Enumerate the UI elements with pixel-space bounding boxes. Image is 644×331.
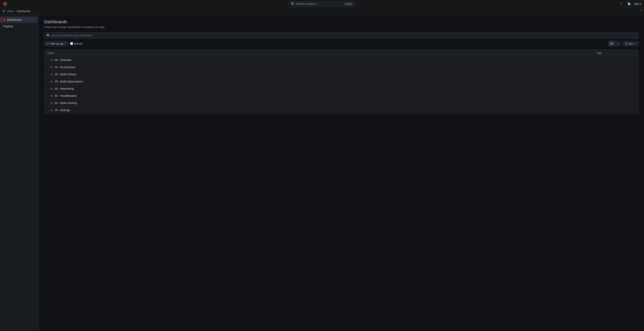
dashboard-search-box[interactable]: 🔍: [44, 32, 638, 38]
page-subtitle: Create and manage dashboards to visualiz…: [44, 26, 638, 28]
sort-label: Sort: [628, 42, 633, 45]
table-row[interactable]: › 🗀 00 - Overview: [44, 56, 638, 64]
row-name: 40 - Networking: [55, 87, 596, 90]
main-layout: ⊞ Dashboards Playlists Dashboards Create…: [0, 15, 644, 331]
page-title: Dashboards: [44, 19, 638, 24]
table-header: Name Tags: [44, 50, 638, 56]
sort-icon: ⇅: [625, 42, 627, 45]
col-name-header: Name: [48, 52, 596, 54]
row-folder-icon: 🗀: [50, 102, 53, 104]
view-toggle: ⊟ ≡: [608, 41, 620, 46]
breadcrumb-collapse-button[interactable]: ⌃: [639, 9, 642, 13]
topnav: 🔍 Search or jump to... cmd+k ? 📡 Sign in: [0, 0, 644, 8]
global-search-box[interactable]: 🔍 Search or jump to... cmd+k: [289, 1, 355, 6]
row-expand-icon: ›: [48, 88, 48, 90]
sidebar-item-dashboards-label: Dashboards: [7, 18, 22, 21]
starred-checkbox[interactable]: [70, 42, 73, 45]
breadcrumb-home[interactable]: Home: [7, 10, 14, 12]
row-name: 30 - Build Deprecations: [55, 80, 596, 83]
row-expand-icon: ›: [48, 95, 48, 97]
main-content: Dashboards Create and manage dashboards …: [39, 15, 644, 331]
row-folder-icon: 🗀: [50, 73, 53, 76]
row-name: 50 - Parallelization: [55, 94, 596, 97]
table-row[interactable]: › 🗀 60 - Build Caching: [44, 100, 638, 107]
help-button[interactable]: ?: [618, 1, 624, 6]
sort-chevron-icon: ▼: [634, 42, 636, 45]
filter-tag-chevron-icon: ▼: [64, 42, 66, 45]
topnav-search-area: 🔍 Search or jump to... cmd+k: [289, 1, 355, 6]
table-body: › 🗀 00 - Overview › 🗀 10 - Environment ›…: [44, 56, 638, 114]
table-row[interactable]: › 🗀 30 - Build Deprecations: [44, 78, 638, 85]
signin-button[interactable]: Sign in: [634, 2, 642, 5]
col-tags-header: Tags: [596, 52, 635, 54]
row-folder-icon: 🗀: [50, 66, 53, 69]
row-folder-icon: 🗀: [50, 58, 53, 62]
view-list-button[interactable]: ≡: [615, 41, 620, 46]
row-name: 70 - Settings: [55, 108, 596, 112]
filter-tag-icon: 🏷: [46, 42, 49, 45]
sidebar: ⊞ Dashboards Playlists: [0, 15, 39, 331]
row-name: 20 - Build Failures: [55, 73, 596, 76]
sidebar-item-dashboards[interactable]: ⊞ Dashboards: [1, 17, 38, 23]
row-folder-icon: 🗀: [50, 94, 53, 97]
grafana-logo[interactable]: [2, 1, 8, 6]
list-view-icon: ≡: [617, 42, 618, 45]
row-expand-icon: ›: [48, 66, 48, 68]
row-folder-icon: 🗀: [50, 108, 53, 112]
filter-tag-label: Filter by tag: [50, 42, 63, 45]
row-name: 60 - Build Caching: [55, 102, 596, 104]
row-expand-icon: ›: [48, 109, 48, 111]
row-expand-icon: ›: [48, 102, 48, 104]
row-folder-icon: 🗀: [50, 87, 53, 90]
sidebar-item-playlists-label: Playlists: [3, 25, 13, 28]
starred-checkbox-label[interactable]: Starred: [70, 42, 82, 45]
search-icon: 🔍: [291, 2, 294, 5]
table-row[interactable]: › 🗀 70 - Settings: [44, 107, 638, 114]
dashboard-table: Name Tags › 🗀 00 - Overview › 🗀 10 - Env…: [44, 49, 638, 114]
breadcrumb-separator: ›: [15, 10, 16, 12]
search-kbd: cmd+k: [344, 2, 353, 5]
sidebar-item-playlists[interactable]: Playlists: [1, 23, 38, 30]
row-name: 10 - Environment: [55, 66, 596, 69]
search-placeholder-text: Search or jump to...: [296, 2, 343, 5]
row-expand-icon: ›: [48, 73, 48, 76]
topnav-right-area: ? 📡 Sign in: [618, 1, 642, 6]
row-name: 00 - Overview: [55, 58, 596, 62]
news-button[interactable]: 📡: [626, 1, 632, 6]
row-expand-icon: ›: [48, 59, 48, 61]
row-folder-icon: 🗀: [50, 80, 53, 83]
starred-label: Starred: [74, 42, 82, 45]
dashboard-search-icon: 🔍: [47, 34, 50, 37]
toolbar-row: 🏷 Filter by tag ▼ Starred ⊟ ≡ ⇅ Sort: [44, 41, 638, 46]
sort-button[interactable]: ⇅ Sort ▼: [622, 41, 638, 46]
table-row[interactable]: › 🗀 10 - Environment: [44, 64, 638, 71]
filter-tag-button[interactable]: 🏷 Filter by tag ▼: [44, 41, 68, 46]
folder-view-icon: ⊟: [610, 42, 613, 45]
sidebar-toggle-button[interactable]: ☰: [2, 9, 5, 13]
table-row[interactable]: › 🗀 50 - Parallelization: [44, 92, 638, 100]
table-row[interactable]: › 🗀 20 - Build Failures: [44, 71, 638, 78]
breadcrumb-current: Dashboards: [17, 10, 30, 12]
breadcrumb-bar: ☰ Home › Dashboards ⌃: [0, 8, 644, 15]
view-folder-button[interactable]: ⊟: [608, 41, 615, 46]
table-row[interactable]: › 🗀 40 - Networking: [44, 85, 638, 92]
dashboard-search-input[interactable]: [52, 34, 636, 37]
dashboards-icon: ⊞: [3, 18, 6, 21]
row-expand-icon: ›: [48, 80, 48, 83]
